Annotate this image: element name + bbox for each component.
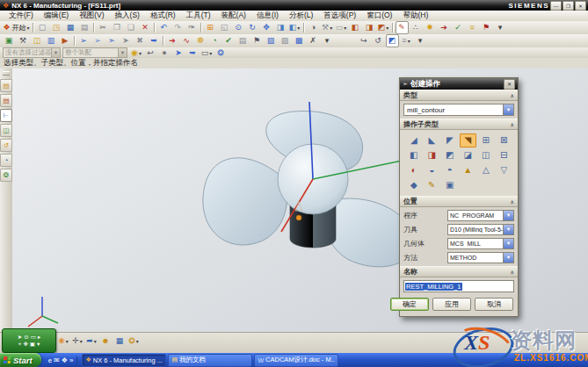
menu-item-0[interactable]: 文件(F) — [4, 11, 39, 21]
contour-area[interactable]: ◧ — [405, 148, 423, 162]
task-word-doc[interactable]: WCADCAM设计.doc - M... — [254, 354, 338, 367]
select-filter-body[interactable]: ➣ — [105, 34, 119, 47]
constraint-pairs[interactable]: ≡ — [466, 21, 479, 34]
selection-filter-combo[interactable]: 没有选择过滤器 ▼ — [3, 47, 61, 58]
shaded-view[interactable]: ◨ — [274, 21, 287, 34]
dialog-title-bar[interactable]: ➣ 创建操作 ✕ — [400, 78, 518, 90]
half-shade[interactable]: ◑ — [307, 21, 320, 34]
dropdown-arrow-icon[interactable]: ▼ — [503, 225, 513, 234]
orient-view-top[interactable]: ◩▾ — [377, 21, 390, 34]
move-object[interactable]: ↪ — [358, 34, 371, 47]
quicklaunch-expand[interactable]: » — [69, 356, 73, 364]
apply-button[interactable]: 应用 — [432, 298, 471, 311]
undo[interactable]: ↶ — [157, 21, 171, 34]
ie-quicklaunch[interactable]: e — [48, 356, 52, 364]
datum-plane[interactable]: ✸ — [424, 21, 437, 34]
propeller-blade-left[interactable] — [203, 158, 287, 245]
contour-area-dir-steep[interactable]: ◪ — [460, 148, 477, 162]
menu-item-1[interactable]: 编辑(E) — [39, 11, 74, 21]
cancel-button[interactable]: 取消 — [475, 298, 513, 311]
orient-view-iso[interactable]: ◨ — [363, 21, 376, 34]
contour-text[interactable]: ▲ — [460, 163, 477, 177]
zoom[interactable]: ⊙ — [232, 21, 245, 34]
flowcut-smooth[interactable]: ◒ — [424, 163, 441, 177]
more-tool[interactable]: ▾ — [37, 341, 40, 348]
cavity-mill[interactable]: ◢ — [405, 133, 423, 148]
menu-item-8[interactable]: 分析(L) — [284, 11, 318, 21]
dialog-close-icon[interactable]: ✕ — [504, 79, 515, 90]
close-button[interactable]: ✕ — [575, 1, 586, 11]
new-file[interactable]: ▢ — [36, 21, 49, 34]
zlevel-corner[interactable]: ⊠ — [496, 133, 513, 148]
operation-name-input[interactable]: REST_MILLING_1 — [403, 280, 514, 292]
rotate-view[interactable]: ↻ — [246, 21, 259, 34]
snap-view-tool[interactable]: ▣ — [30, 341, 35, 348]
dropdown-arrow-icon[interactable]: ▼ — [503, 239, 513, 248]
menu-item-7[interactable]: 信息(I) — [251, 11, 284, 21]
task-my-documents[interactable]: ▤我的文档 — [168, 354, 252, 367]
magnify-tool[interactable]: ✥ — [23, 341, 27, 348]
machine-tool-navigator[interactable]: ◫ — [0, 124, 12, 137]
refresh-view[interactable]: ❀▾ — [57, 335, 70, 348]
cut[interactable]: ✂ — [97, 21, 110, 34]
collapse-arrow-icon[interactable]: ∧ — [511, 121, 514, 127]
rest-milling[interactable]: ◥ — [460, 133, 477, 148]
list-output[interactable]: ▤ — [236, 34, 250, 47]
create-geometry[interactable]: ◫ — [31, 34, 44, 47]
dropdown-arrow-icon[interactable]: ▼ — [503, 211, 513, 220]
crosshair-tool[interactable]: ✛▾ — [71, 335, 84, 348]
assembly-navigator[interactable]: ▤ — [0, 79, 12, 92]
profile-3d[interactable]: ◓ — [441, 163, 459, 177]
show-desktop[interactable]: ❖ — [62, 356, 68, 364]
type-combo[interactable]: mill_contour ▼ — [403, 104, 514, 116]
machine-tool-view[interactable]: ▧ — [265, 34, 278, 47]
fixed-contour[interactable]: ▽ — [496, 163, 513, 177]
history-palette[interactable]: ❂ — [0, 169, 12, 182]
view-popup-palette[interactable]: ➤⊙▭▸⌖✥▣▾ — [2, 328, 56, 353]
collapse-arrow-icon[interactable]: ∧ — [511, 92, 514, 98]
dropdown-arrow-icon[interactable]: ▼ — [118, 48, 127, 57]
dropdown-arrow-icon[interactable]: ▼ — [51, 48, 60, 57]
flag-note[interactable]: ⚑ — [480, 21, 493, 34]
mail-quicklaunch[interactable]: ✉ — [54, 356, 60, 364]
zoom-tool[interactable]: ⊙ — [24, 334, 28, 341]
operation-navigator[interactable]: ⊢ — [0, 109, 12, 122]
propeller-model[interactable]: YC — [127, 98, 425, 344]
geometry-field-combo[interactable]: MCS_MILL▼ — [447, 238, 514, 249]
contour-surface-area[interactable]: ◨ — [424, 148, 441, 162]
mill-machine-control[interactable]: ▣ — [441, 178, 459, 192]
tool-field-combo[interactable]: D10 (Milling Tool-5-P▼ — [447, 224, 514, 235]
section-type[interactable]: 类型 ∧ — [400, 90, 518, 101]
pan-tool[interactable]: ➤ — [18, 334, 22, 341]
create-operation[interactable]: ▶ — [59, 34, 72, 47]
menu-item-11[interactable]: 帮助(H) — [397, 11, 433, 21]
fit-tool[interactable]: ▭ — [31, 334, 36, 341]
flowcut-single[interactable]: ◫ — [477, 148, 495, 162]
section-location[interactable]: 位置 ∧ — [400, 196, 518, 207]
pan-view[interactable]: ✥ — [260, 21, 273, 34]
minimize-button[interactable]: — — [550, 1, 562, 11]
transform-object[interactable]: ◩ — [386, 34, 399, 47]
flowcut-ref-tool[interactable]: ◐ — [405, 163, 423, 177]
dropdown-arrow-icon[interactable]: ▼ — [503, 253, 513, 263]
fit-view[interactable]: ⊞ — [204, 21, 217, 34]
menu-item-10[interactable]: 窗口(O) — [361, 11, 397, 21]
section-name[interactable]: 名称 ∧ — [400, 266, 518, 277]
toolbar-overflow[interactable]: ▾ — [321, 34, 334, 47]
render-style[interactable]: ⚒▾ — [321, 21, 334, 34]
collapse-arrow-icon[interactable]: ∧ — [511, 269, 514, 275]
contour-area-non-steep[interactable]: ◩ — [441, 148, 459, 162]
menu-item-5[interactable]: 工具(T) — [181, 11, 216, 21]
create-method[interactable]: ▥ — [45, 34, 58, 47]
toolbar-overflow-2[interactable]: ▾ — [414, 34, 427, 47]
touch-mode[interactable]: ✑ — [185, 21, 199, 34]
resource-bar-grip[interactable] — [3, 71, 10, 76]
orient-view-front[interactable]: ◧ — [349, 21, 362, 34]
select-filter-face[interactable]: ➢ — [77, 34, 91, 47]
rotate-object[interactable]: ↺ — [372, 34, 385, 47]
dropdown-arrow-icon[interactable]: ▼ — [503, 104, 513, 115]
sketch-curve[interactable]: ✎ — [396, 21, 409, 34]
streamline[interactable]: △ — [477, 163, 495, 177]
zoom-area[interactable]: ◱ — [218, 21, 231, 34]
cancel-tool[interactable]: ✗ — [307, 34, 320, 47]
